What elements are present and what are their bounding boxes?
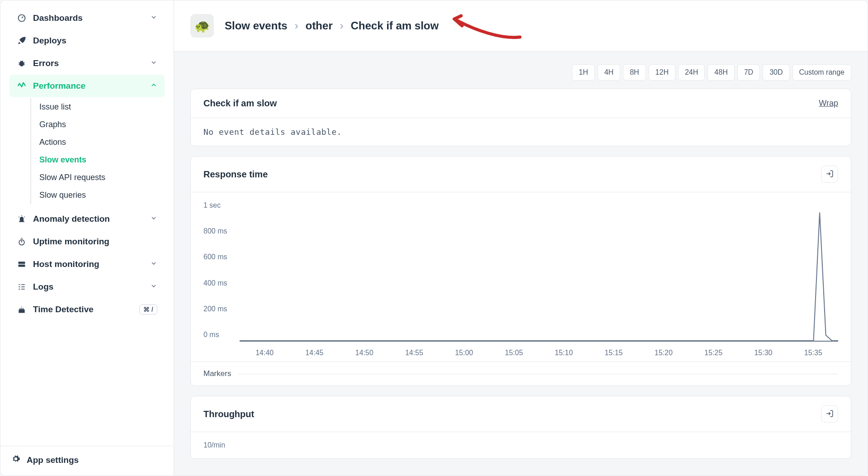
performance-icon (17, 81, 27, 91)
event-details-card: Check if am slow Wrap No event details a… (190, 89, 851, 146)
sidebar-item-dashboards[interactable]: Dashboards (9, 7, 165, 29)
y-tick: 600 ms (203, 253, 240, 261)
chevron-up-icon (150, 81, 157, 91)
nav-label: Time Detective (33, 305, 139, 314)
sidebar-item-time-detective[interactable]: Time Detective ⌘ / (9, 298, 165, 321)
plot-area[interactable] (240, 201, 838, 342)
markers-label: Markers (203, 369, 231, 378)
x-tick: 14:55 (389, 349, 439, 357)
response-chart: 1 sec 800 ms 600 ms 400 ms 200 ms 0 ms (203, 201, 838, 342)
y-tick: 400 ms (203, 279, 240, 287)
card-body: No event details available. (191, 118, 851, 146)
bug-icon (17, 58, 27, 68)
x-tick: 15:20 (639, 349, 689, 357)
performance-sublist: Issue list Graphs Actions Slow events Sl… (30, 98, 165, 204)
x-tick: 14:40 (240, 349, 289, 357)
sub-item-slow-queries[interactable]: Slow queries (39, 186, 165, 204)
crumb-current: Check if am slow (351, 19, 439, 32)
markers-row: Markers (191, 362, 851, 386)
sub-item-issue-list[interactable]: Issue list (39, 98, 165, 116)
export-icon (826, 170, 834, 179)
svg-point-1 (19, 61, 24, 67)
x-tick: 15:05 (489, 349, 539, 357)
sidebar-item-uptime[interactable]: Uptime monitoring (9, 230, 165, 253)
sidebar-item-logs[interactable]: Logs (9, 276, 165, 298)
x-tick: 15:35 (788, 349, 838, 357)
throughput-body: 10/min (191, 432, 851, 458)
range-custom[interactable]: Custom range (793, 64, 852, 81)
nav-label: Deploys (33, 36, 157, 46)
x-tick: 15:00 (439, 349, 489, 357)
sidebar-item-errors[interactable]: Errors (9, 52, 165, 75)
range-30d[interactable]: 30D (763, 64, 789, 81)
range-48h[interactable]: 48H (708, 64, 734, 81)
y-axis: 1 sec 800 ms 600 ms 400 ms 200 ms 0 ms (203, 201, 240, 342)
shortcut-badge: ⌘ / (139, 305, 157, 314)
range-1h[interactable]: 1H (572, 64, 594, 81)
throughput-ytick: 10/min (203, 441, 225, 449)
card-head: Throughput (191, 396, 851, 432)
throughput-title: Throughput (203, 409, 254, 419)
y-tick: 1 sec (203, 201, 240, 209)
export-icon (826, 409, 834, 419)
sidebar-scroll: Dashboards Deploys Errors Performance Is… (0, 0, 174, 446)
app-settings-link[interactable]: App settings (11, 454, 163, 466)
svg-rect-4 (19, 265, 25, 267)
nav-label: Uptime monitoring (33, 237, 157, 247)
range-12h[interactable]: 12H (649, 64, 675, 81)
stopwatch-icon (17, 237, 27, 247)
gear-icon (11, 454, 20, 466)
sidebar-footer: App settings (0, 446, 174, 476)
nav-label: Dashboards (33, 13, 150, 23)
markers-line (238, 374, 838, 374)
time-range-group: 1H 4H 8H 12H 24H 48H 7D 30D Custom range (572, 64, 851, 81)
birthday-icon (17, 305, 27, 314)
event-title: Check if am slow (203, 98, 277, 109)
crumb-sep: › (340, 19, 344, 32)
main: 🐢 Slow events › other › Check if am slow… (174, 0, 868, 476)
y-tick: 800 ms (203, 227, 240, 235)
nav-label: Anomaly detection (33, 214, 150, 224)
nav-label: Errors (33, 58, 150, 68)
list-icon (17, 282, 27, 292)
range-8h[interactable]: 8H (623, 64, 646, 81)
card-head: Check if am slow Wrap (191, 89, 851, 118)
sidebar-item-performance[interactable]: Performance (9, 75, 165, 97)
chart-wrap: 1 sec 800 ms 600 ms 400 ms 200 ms 0 ms 1… (191, 192, 851, 362)
sub-item-graphs[interactable]: Graphs (39, 116, 165, 133)
topbar: 🐢 Slow events › other › Check if am slow (174, 0, 868, 52)
rocket-icon (17, 36, 27, 46)
export-button[interactable] (821, 166, 838, 183)
breadcrumb: Slow events › other › Check if am slow (225, 19, 439, 32)
sidebar-item-anomaly[interactable]: Anomaly detection (9, 208, 165, 230)
time-range-row: 1H 4H 8H 12H 24H 48H 7D 30D Custom range (190, 64, 851, 81)
chevron-down-icon (150, 259, 157, 269)
gauge-icon (17, 13, 27, 23)
settings-label: App settings (27, 455, 79, 465)
chevron-down-icon (150, 13, 157, 23)
crumb-slow-events[interactable]: Slow events (225, 19, 288, 32)
range-4h[interactable]: 4H (598, 64, 620, 81)
y-tick: 200 ms (203, 305, 240, 313)
sub-item-slow-api[interactable]: Slow API requests (39, 169, 165, 186)
x-tick: 15:10 (539, 349, 589, 357)
chevron-down-icon (150, 282, 157, 292)
range-7d[interactable]: 7D (737, 64, 760, 81)
wrap-toggle[interactable]: Wrap (819, 99, 838, 108)
app-root: Dashboards Deploys Errors Performance Is… (0, 0, 868, 476)
sidebar: Dashboards Deploys Errors Performance Is… (0, 0, 174, 476)
sub-item-actions[interactable]: Actions (39, 133, 165, 151)
export-button[interactable] (821, 405, 838, 423)
crumb-other[interactable]: other (306, 19, 333, 32)
range-24h[interactable]: 24H (678, 64, 705, 81)
x-tick: 15:25 (689, 349, 738, 357)
x-tick: 15:30 (738, 349, 788, 357)
chevron-down-icon (150, 58, 157, 68)
throughput-card: Throughput 10/min (190, 396, 851, 459)
sidebar-item-deploys[interactable]: Deploys (9, 29, 165, 52)
card-head: Response time (191, 157, 851, 192)
y-tick: 0 ms (203, 331, 240, 339)
sub-item-slow-events[interactable]: Slow events (39, 151, 165, 169)
annotation-arrow-icon (448, 12, 524, 39)
sidebar-item-host[interactable]: Host monitoring (9, 253, 165, 276)
